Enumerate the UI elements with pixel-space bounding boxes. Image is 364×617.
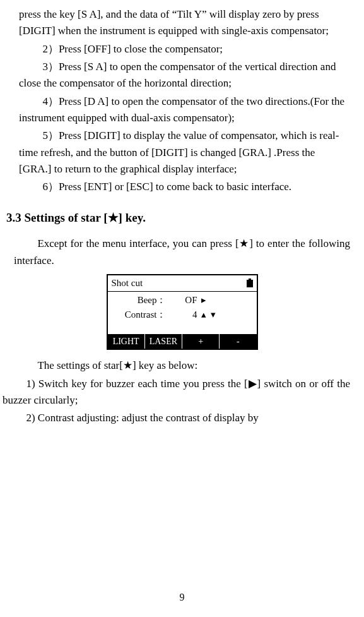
lcd-beep-arrow-icon: ▸ [201, 293, 252, 308]
lcd-contrast-value: 4 [167, 308, 201, 322]
lcd-minus-button[interactable]: - [220, 334, 256, 349]
page-number: 9 [0, 590, 364, 606]
lcd-beep-label: Beep： [113, 293, 167, 308]
paragraph-6: 6）Press [ENT] or [ESC] to come back to b… [19, 179, 345, 195]
paragraph-5: 5）Press [DIGIT] to display the value of … [19, 128, 345, 177]
lcd-titlebar: Shot cut [108, 275, 257, 292]
lcd-footer: LIGHT LASER + - [108, 334, 257, 349]
lcd-body: Beep： OF ▸ Contrast： 4 ▴ ▾ [108, 292, 257, 334]
lcd-plus-button[interactable]: + [182, 334, 220, 349]
lcd-laser-button[interactable]: LASER [145, 334, 182, 349]
paragraph-7: Except for the menu interface, you can p… [13, 236, 351, 269]
lcd-row-contrast: Contrast： 4 ▴ ▾ [113, 308, 252, 322]
section-heading: 3.3 Settings of star [★] key. [6, 208, 351, 227]
paragraph-8: The settings of star[★] key as below: [13, 357, 351, 374]
lcd-beep-value: OF [167, 293, 201, 308]
lcd-light-button[interactable]: LIGHT [108, 334, 145, 349]
paragraph-3: 3）Press [S A] to open the compensator of… [19, 59, 345, 92]
lcd-contrast-arrows-icon: ▴ ▾ [201, 308, 252, 322]
battery-icon [247, 280, 253, 287]
lcd-screen: Shot cut Beep： OF ▸ Contrast： 4 ▴ ▾ LIGH… [107, 274, 258, 350]
lcd-contrast-label: Contrast： [113, 308, 167, 322]
paragraph-10: 2) Contrast adjusting: adjust the contra… [1, 410, 351, 426]
paragraph-4: 4）Press [D A] to open the compensator of… [19, 93, 345, 127]
lcd-row-beep: Beep： OF ▸ [113, 293, 252, 308]
paragraph-2: 2）Press [OFF] to close the compensator; [19, 41, 345, 57]
lcd-title-text: Shot cut [112, 276, 143, 291]
paragraph-9: 1) Switch key for buzzer each time you p… [1, 376, 351, 409]
paragraph-1: press the key [S A], and the data of “Ti… [19, 6, 345, 40]
